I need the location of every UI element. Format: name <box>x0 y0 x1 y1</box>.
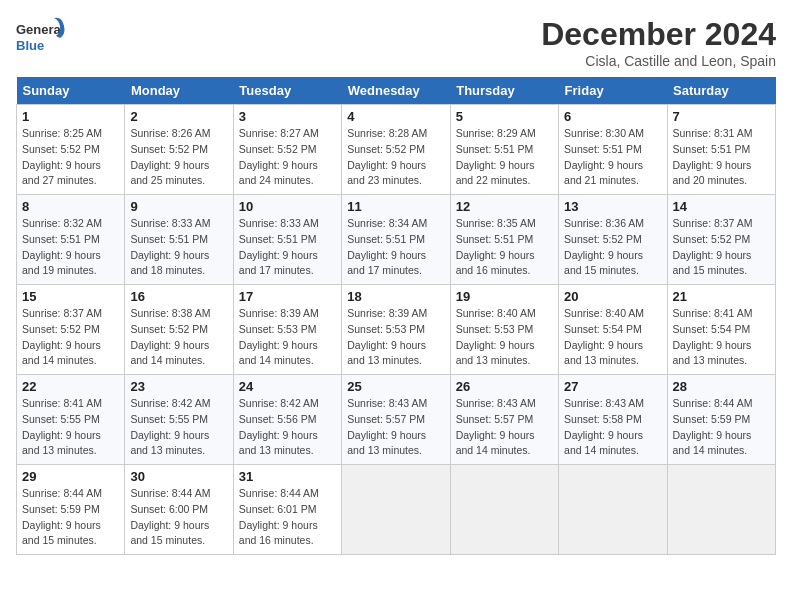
calendar-day-cell: 26 Sunrise: 8:43 AM Sunset: 5:57 PM Dayl… <box>450 375 558 465</box>
month-title: December 2024 <box>541 16 776 53</box>
day-info: Sunrise: 8:36 AM Sunset: 5:52 PM Dayligh… <box>564 216 661 279</box>
calendar-day-cell: 24 Sunrise: 8:42 AM Sunset: 5:56 PM Dayl… <box>233 375 341 465</box>
calendar-day-cell: 2 Sunrise: 8:26 AM Sunset: 5:52 PM Dayli… <box>125 105 233 195</box>
calendar-day-cell <box>450 465 558 555</box>
day-number: 6 <box>564 109 661 124</box>
weekday-header-tuesday: Tuesday <box>233 77 341 105</box>
logo: General Blue <box>16 16 66 56</box>
calendar-day-cell: 16 Sunrise: 8:38 AM Sunset: 5:52 PM Dayl… <box>125 285 233 375</box>
calendar-day-cell: 15 Sunrise: 8:37 AM Sunset: 5:52 PM Dayl… <box>17 285 125 375</box>
calendar-day-cell: 1 Sunrise: 8:25 AM Sunset: 5:52 PM Dayli… <box>17 105 125 195</box>
day-info: Sunrise: 8:40 AM Sunset: 5:54 PM Dayligh… <box>564 306 661 369</box>
location-title: Cisla, Castille and Leon, Spain <box>541 53 776 69</box>
day-info: Sunrise: 8:35 AM Sunset: 5:51 PM Dayligh… <box>456 216 553 279</box>
calendar-week-row: 1 Sunrise: 8:25 AM Sunset: 5:52 PM Dayli… <box>17 105 776 195</box>
calendar-week-row: 29 Sunrise: 8:44 AM Sunset: 5:59 PM Dayl… <box>17 465 776 555</box>
calendar-day-cell: 6 Sunrise: 8:30 AM Sunset: 5:51 PM Dayli… <box>559 105 667 195</box>
day-number: 14 <box>673 199 770 214</box>
day-number: 3 <box>239 109 336 124</box>
day-info: Sunrise: 8:44 AM Sunset: 6:01 PM Dayligh… <box>239 486 336 549</box>
weekday-header-wednesday: Wednesday <box>342 77 450 105</box>
day-info: Sunrise: 8:28 AM Sunset: 5:52 PM Dayligh… <box>347 126 444 189</box>
calendar-day-cell: 8 Sunrise: 8:32 AM Sunset: 5:51 PM Dayli… <box>17 195 125 285</box>
day-info: Sunrise: 8:25 AM Sunset: 5:52 PM Dayligh… <box>22 126 119 189</box>
day-info: Sunrise: 8:29 AM Sunset: 5:51 PM Dayligh… <box>456 126 553 189</box>
day-info: Sunrise: 8:42 AM Sunset: 5:56 PM Dayligh… <box>239 396 336 459</box>
day-info: Sunrise: 8:27 AM Sunset: 5:52 PM Dayligh… <box>239 126 336 189</box>
calendar-day-cell <box>667 465 775 555</box>
calendar-week-row: 22 Sunrise: 8:41 AM Sunset: 5:55 PM Dayl… <box>17 375 776 465</box>
calendar-day-cell: 27 Sunrise: 8:43 AM Sunset: 5:58 PM Dayl… <box>559 375 667 465</box>
day-info: Sunrise: 8:30 AM Sunset: 5:51 PM Dayligh… <box>564 126 661 189</box>
day-number: 17 <box>239 289 336 304</box>
calendar-day-cell: 4 Sunrise: 8:28 AM Sunset: 5:52 PM Dayli… <box>342 105 450 195</box>
day-number: 4 <box>347 109 444 124</box>
title-area: December 2024 Cisla, Castille and Leon, … <box>541 16 776 69</box>
calendar-day-cell: 28 Sunrise: 8:44 AM Sunset: 5:59 PM Dayl… <box>667 375 775 465</box>
weekday-header-monday: Monday <box>125 77 233 105</box>
calendar-day-cell <box>559 465 667 555</box>
day-number: 29 <box>22 469 119 484</box>
calendar-day-cell: 21 Sunrise: 8:41 AM Sunset: 5:54 PM Dayl… <box>667 285 775 375</box>
day-number: 12 <box>456 199 553 214</box>
day-number: 13 <box>564 199 661 214</box>
calendar-day-cell: 7 Sunrise: 8:31 AM Sunset: 5:51 PM Dayli… <box>667 105 775 195</box>
day-number: 1 <box>22 109 119 124</box>
calendar-day-cell: 25 Sunrise: 8:43 AM Sunset: 5:57 PM Dayl… <box>342 375 450 465</box>
day-info: Sunrise: 8:34 AM Sunset: 5:51 PM Dayligh… <box>347 216 444 279</box>
logo-svg: General Blue <box>16 16 66 56</box>
day-info: Sunrise: 8:44 AM Sunset: 6:00 PM Dayligh… <box>130 486 227 549</box>
weekday-header-row: SundayMondayTuesdayWednesdayThursdayFrid… <box>17 77 776 105</box>
day-info: Sunrise: 8:41 AM Sunset: 5:55 PM Dayligh… <box>22 396 119 459</box>
day-info: Sunrise: 8:33 AM Sunset: 5:51 PM Dayligh… <box>130 216 227 279</box>
calendar-table: SundayMondayTuesdayWednesdayThursdayFrid… <box>16 77 776 555</box>
calendar-day-cell: 11 Sunrise: 8:34 AM Sunset: 5:51 PM Dayl… <box>342 195 450 285</box>
svg-text:Blue: Blue <box>16 38 44 53</box>
calendar-day-cell: 31 Sunrise: 8:44 AM Sunset: 6:01 PM Dayl… <box>233 465 341 555</box>
day-number: 26 <box>456 379 553 394</box>
calendar-day-cell: 10 Sunrise: 8:33 AM Sunset: 5:51 PM Dayl… <box>233 195 341 285</box>
day-number: 20 <box>564 289 661 304</box>
day-number: 9 <box>130 199 227 214</box>
day-number: 10 <box>239 199 336 214</box>
day-info: Sunrise: 8:39 AM Sunset: 5:53 PM Dayligh… <box>347 306 444 369</box>
day-number: 30 <box>130 469 227 484</box>
calendar-week-row: 8 Sunrise: 8:32 AM Sunset: 5:51 PM Dayli… <box>17 195 776 285</box>
calendar-day-cell: 29 Sunrise: 8:44 AM Sunset: 5:59 PM Dayl… <box>17 465 125 555</box>
day-info: Sunrise: 8:42 AM Sunset: 5:55 PM Dayligh… <box>130 396 227 459</box>
calendar-day-cell <box>342 465 450 555</box>
day-info: Sunrise: 8:43 AM Sunset: 5:58 PM Dayligh… <box>564 396 661 459</box>
weekday-header-thursday: Thursday <box>450 77 558 105</box>
day-number: 23 <box>130 379 227 394</box>
calendar-day-cell: 9 Sunrise: 8:33 AM Sunset: 5:51 PM Dayli… <box>125 195 233 285</box>
day-info: Sunrise: 8:37 AM Sunset: 5:52 PM Dayligh… <box>22 306 119 369</box>
day-info: Sunrise: 8:31 AM Sunset: 5:51 PM Dayligh… <box>673 126 770 189</box>
calendar-day-cell: 13 Sunrise: 8:36 AM Sunset: 5:52 PM Dayl… <box>559 195 667 285</box>
day-info: Sunrise: 8:43 AM Sunset: 5:57 PM Dayligh… <box>456 396 553 459</box>
day-number: 27 <box>564 379 661 394</box>
calendar-day-cell: 19 Sunrise: 8:40 AM Sunset: 5:53 PM Dayl… <box>450 285 558 375</box>
svg-text:General: General <box>16 22 64 37</box>
day-number: 31 <box>239 469 336 484</box>
page-header: General Blue December 2024 Cisla, Castil… <box>16 16 776 69</box>
calendar-day-cell: 17 Sunrise: 8:39 AM Sunset: 5:53 PM Dayl… <box>233 285 341 375</box>
calendar-day-cell: 22 Sunrise: 8:41 AM Sunset: 5:55 PM Dayl… <box>17 375 125 465</box>
day-info: Sunrise: 8:32 AM Sunset: 5:51 PM Dayligh… <box>22 216 119 279</box>
weekday-header-friday: Friday <box>559 77 667 105</box>
day-info: Sunrise: 8:44 AM Sunset: 5:59 PM Dayligh… <box>673 396 770 459</box>
weekday-header-saturday: Saturday <box>667 77 775 105</box>
calendar-day-cell: 30 Sunrise: 8:44 AM Sunset: 6:00 PM Dayl… <box>125 465 233 555</box>
day-number: 24 <box>239 379 336 394</box>
day-info: Sunrise: 8:38 AM Sunset: 5:52 PM Dayligh… <box>130 306 227 369</box>
day-number: 25 <box>347 379 444 394</box>
day-info: Sunrise: 8:37 AM Sunset: 5:52 PM Dayligh… <box>673 216 770 279</box>
calendar-day-cell: 20 Sunrise: 8:40 AM Sunset: 5:54 PM Dayl… <box>559 285 667 375</box>
calendar-day-cell: 23 Sunrise: 8:42 AM Sunset: 5:55 PM Dayl… <box>125 375 233 465</box>
day-number: 2 <box>130 109 227 124</box>
day-number: 18 <box>347 289 444 304</box>
day-number: 19 <box>456 289 553 304</box>
day-number: 5 <box>456 109 553 124</box>
day-info: Sunrise: 8:33 AM Sunset: 5:51 PM Dayligh… <box>239 216 336 279</box>
day-number: 22 <box>22 379 119 394</box>
calendar-day-cell: 5 Sunrise: 8:29 AM Sunset: 5:51 PM Dayli… <box>450 105 558 195</box>
